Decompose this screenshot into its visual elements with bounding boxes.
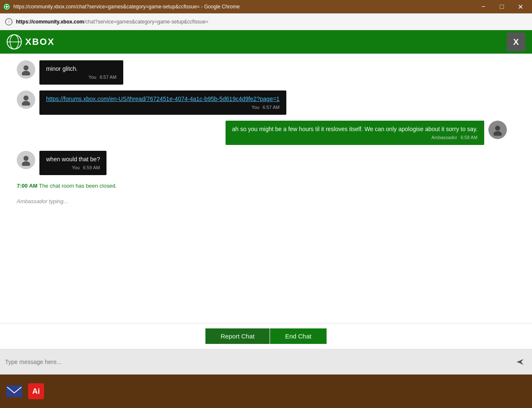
typing-indicator: Ambassador typing... bbox=[17, 196, 507, 206]
message-text: ah so you might be a few hours til it re… bbox=[232, 126, 478, 132]
svg-rect-17 bbox=[6, 385, 22, 397]
chat-scroll-area: minor glitch. You 6:57 AM https://for bbox=[0, 54, 532, 323]
svg-point-11 bbox=[23, 96, 29, 101]
message-time: 6:58 AM bbox=[461, 135, 478, 140]
message-meta: You 6:57 AM bbox=[46, 75, 117, 80]
mail-icon bbox=[6, 385, 22, 397]
message-row: ah so you might be a few hours til it re… bbox=[17, 121, 507, 145]
maximize-button[interactable]: □ bbox=[493, 0, 510, 13]
system-message-text: The chat room has been closed. bbox=[39, 183, 117, 189]
svg-point-14 bbox=[493, 131, 502, 136]
message-meta: Ambassador 6:58 AM bbox=[232, 135, 478, 140]
message-row: https://forums.xbox.com/en-US/thread/767… bbox=[17, 90, 507, 115]
address-bar: i https://community.xbox.com/chat?servic… bbox=[0, 13, 532, 30]
security-icon: i bbox=[5, 18, 13, 26]
message-text: minor glitch. bbox=[46, 65, 78, 72]
action-bar: Report Chat End Chat bbox=[0, 323, 532, 349]
xbox-header: XBOX X bbox=[0, 30, 532, 54]
end-chat-button[interactable]: End Chat bbox=[270, 328, 327, 344]
minimize-button[interactable]: − bbox=[475, 0, 492, 13]
adobe-icon: Ai bbox=[28, 383, 44, 399]
chat-container: minor glitch. You 6:57 AM https://for bbox=[0, 54, 532, 374]
close-button[interactable]: ✕ bbox=[512, 0, 529, 13]
xbox-brand-text: XBOX bbox=[25, 36, 54, 47]
avatar bbox=[17, 60, 35, 79]
svg-point-13 bbox=[495, 126, 500, 131]
forum-link[interactable]: https://forums.xbox.com/en-US/thread/767… bbox=[46, 96, 280, 102]
avatar bbox=[17, 90, 35, 109]
system-time: 7:00 AM bbox=[17, 183, 37, 189]
mail-taskbar-icon[interactable] bbox=[5, 382, 23, 400]
svg-point-15 bbox=[23, 156, 29, 161]
chat-messages: minor glitch. You 6:57 AM https://for bbox=[0, 54, 532, 323]
send-button[interactable] bbox=[514, 355, 527, 369]
message-input[interactable] bbox=[5, 359, 510, 365]
message-meta: You 6:59 AM bbox=[46, 165, 100, 170]
message-meta: You 6:57 AM bbox=[46, 105, 280, 110]
url-bold: https://community.xbox.com bbox=[16, 19, 84, 25]
taskbar: Ai bbox=[0, 374, 532, 408]
message-sender: Ambassador bbox=[431, 135, 457, 140]
url-path: /chat?service=games&category=game-setup&… bbox=[84, 19, 208, 25]
message-text: when would that be? bbox=[46, 156, 100, 163]
xbox-sphere-icon bbox=[7, 34, 22, 49]
system-message: 7:00 AM The chat room has been closed. bbox=[17, 181, 507, 191]
xbox-logo: XBOX bbox=[7, 34, 54, 49]
url-input[interactable]: https://community.xbox.com/chat?service=… bbox=[16, 19, 527, 25]
avatar-ambassador bbox=[488, 121, 507, 139]
message-bubble-link: https://forums.xbox.com/en-US/thread/767… bbox=[39, 90, 286, 115]
adobe-taskbar-icon[interactable]: Ai bbox=[27, 382, 45, 400]
message-bubble: minor glitch. You 6:57 AM bbox=[39, 60, 123, 85]
avatar bbox=[17, 151, 35, 169]
svg-point-1 bbox=[6, 6, 8, 8]
message-sender: You bbox=[88, 75, 96, 80]
window-title: https://community.xbox.com/chat?service=… bbox=[13, 4, 240, 10]
message-row: when would that be? You 6:59 AM bbox=[17, 151, 507, 175]
svg-point-10 bbox=[22, 71, 30, 75]
message-time: 6:59 AM bbox=[83, 165, 100, 170]
message-time: 6:57 AM bbox=[263, 105, 280, 110]
title-bar-left: https://community.xbox.com/chat?service=… bbox=[3, 3, 240, 10]
message-time: 6:57 AM bbox=[100, 75, 117, 80]
message-input-area bbox=[0, 349, 532, 374]
svg-point-16 bbox=[22, 161, 30, 166]
message-sender: You bbox=[252, 105, 260, 110]
report-chat-button[interactable]: Report Chat bbox=[205, 328, 270, 344]
message-bubble: when would that be? You 6:59 AM bbox=[39, 151, 106, 175]
svg-point-12 bbox=[22, 101, 30, 106]
message-bubble-ambassador: ah so you might be a few hours til it re… bbox=[226, 121, 484, 145]
xbox-close-button[interactable]: X bbox=[507, 33, 525, 51]
message-row: minor glitch. You 6:57 AM bbox=[17, 60, 507, 85]
message-sender: You bbox=[72, 165, 80, 170]
svg-point-9 bbox=[23, 65, 29, 70]
title-bar: https://community.xbox.com/chat?service=… bbox=[0, 0, 532, 13]
chrome-icon bbox=[3, 3, 10, 10]
window-controls: − □ ✕ bbox=[475, 0, 529, 13]
